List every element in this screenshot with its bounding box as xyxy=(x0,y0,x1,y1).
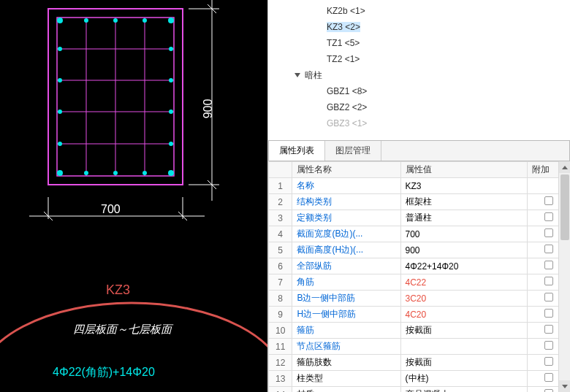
column-name-label: KZ3 xyxy=(106,283,130,298)
component-tree[interactable]: KZ2b <1> KZ3 <2> TZ1 <5> TZ2 <1> 暗柱 GBZ1… xyxy=(268,0,570,140)
checkbox-icon[interactable] xyxy=(544,325,553,334)
tree-item[interactable]: TZ1 <5> xyxy=(283,35,570,51)
property-name: 柱类型 xyxy=(292,371,400,387)
scroll-thumb[interactable] xyxy=(560,174,569,240)
checkbox-icon[interactable] xyxy=(544,341,553,350)
property-name: B边一侧中部筋 xyxy=(292,291,400,307)
property-value[interactable]: 700 xyxy=(400,226,528,242)
property-row[interactable]: 12箍筋肢数按截面 xyxy=(269,355,570,371)
row-number: 4 xyxy=(269,226,292,242)
header-name: 属性名称 xyxy=(292,162,400,178)
property-row[interactable]: 3定额类别普通柱 xyxy=(269,210,570,226)
checkbox-icon[interactable] xyxy=(544,357,553,366)
property-row[interactable]: 1名称KZ3 xyxy=(269,178,570,194)
property-value[interactable]: 按截面 xyxy=(400,323,528,339)
tab-layers[interactable]: 图层管理 xyxy=(325,141,381,161)
checkbox-icon[interactable] xyxy=(544,196,553,205)
property-value[interactable]: 按截面 xyxy=(400,355,528,371)
property-row[interactable]: 14材质商品混凝土 xyxy=(269,387,570,393)
rebar-spec-label: 4Φ22(角筋)+14Φ20 xyxy=(53,365,155,380)
checkbox-icon[interactable] xyxy=(544,277,553,285)
checkbox-icon[interactable] xyxy=(544,293,553,301)
svg-point-29 xyxy=(58,47,62,51)
property-grid[interactable]: 属性名称 属性值 附加 1名称KZ32结构类别框架柱3定额类别普通柱4截面宽度(… xyxy=(268,161,570,392)
checkbox-icon[interactable] xyxy=(544,261,553,269)
svg-point-33 xyxy=(169,47,173,51)
property-value[interactable]: (中柱) xyxy=(400,371,528,387)
property-name: 定额类别 xyxy=(292,210,400,226)
property-row[interactable]: 8B边一侧中部筋3C20 xyxy=(269,291,570,307)
checkbox-icon[interactable] xyxy=(544,245,553,253)
svg-point-27 xyxy=(113,171,118,175)
row-number: 2 xyxy=(269,194,292,210)
svg-point-26 xyxy=(84,171,88,175)
checkbox-icon[interactable] xyxy=(544,212,553,221)
tree-item[interactable]: GBZ3 <1> xyxy=(283,115,570,131)
property-name: 截面高度(H边)(... xyxy=(292,242,400,258)
property-tabs: 属性列表 图层管理 xyxy=(268,140,570,161)
svg-point-28 xyxy=(142,171,147,175)
property-row[interactable]: 7角筋4C22 xyxy=(269,274,570,291)
tree-item-selected[interactable]: KZ3 <2> xyxy=(283,19,570,35)
chevron-up-icon xyxy=(562,166,568,169)
checkbox-icon[interactable] xyxy=(544,389,553,392)
scroll-down-button[interactable] xyxy=(559,380,570,392)
header-value: 属性值 xyxy=(400,162,528,178)
property-value[interactable] xyxy=(400,339,528,355)
property-name: 截面宽度(B边)(... xyxy=(292,226,400,242)
property-row[interactable]: 4截面宽度(B边)(...700 xyxy=(269,226,570,242)
right-panel: KZ2b <1> KZ3 <2> TZ1 <5> TZ2 <1> 暗柱 GBZ1… xyxy=(267,0,570,392)
checkbox-icon[interactable] xyxy=(544,373,553,382)
property-row[interactable]: 6全部纵筋4Φ22+14Φ20 xyxy=(269,258,570,274)
row-number: 5 xyxy=(269,242,292,258)
property-value[interactable]: 4C20 xyxy=(400,307,528,323)
property-value[interactable]: 4Φ22+14Φ20 xyxy=(400,258,528,274)
property-name: H边一侧中部筋 xyxy=(292,307,400,323)
tree-item[interactable]: GBZ2 <2> xyxy=(283,99,570,115)
property-row[interactable]: 2结构类别框架柱 xyxy=(269,194,570,210)
row-number: 1 xyxy=(269,178,292,194)
row-number: 13 xyxy=(269,371,292,387)
property-value[interactable]: 商品混凝土 xyxy=(400,387,528,393)
tree-item[interactable]: GBZ1 <8> xyxy=(283,83,570,99)
property-row[interactable]: 5截面高度(H边)(...900 xyxy=(269,242,570,258)
dim-width: 700 xyxy=(101,203,121,216)
property-name: 结构类别 xyxy=(292,194,400,210)
property-name: 节点区箍筋 xyxy=(292,339,400,355)
property-name: 箍筋肢数 xyxy=(292,355,400,371)
property-row[interactable]: 11节点区箍筋 xyxy=(269,339,570,355)
property-row[interactable]: 10箍筋按截面 xyxy=(269,323,570,339)
row-number: 8 xyxy=(269,291,292,307)
checkbox-icon[interactable] xyxy=(544,228,553,237)
scroll-up-button[interactable] xyxy=(559,161,570,173)
property-value[interactable]: 框架柱 xyxy=(400,194,528,210)
tab-properties[interactable]: 属性列表 xyxy=(269,141,325,161)
row-number: 14 xyxy=(269,387,292,393)
property-value[interactable]: KZ3 xyxy=(400,178,528,194)
property-name: 名称 xyxy=(292,178,400,194)
svg-point-21 xyxy=(57,170,63,176)
property-value[interactable]: 普通柱 xyxy=(400,210,528,226)
grid-scrollbar[interactable] xyxy=(558,161,570,392)
row-number: 3 xyxy=(269,210,292,226)
chevron-down-icon xyxy=(562,385,568,388)
property-row[interactable]: 13柱类型(中柱) xyxy=(269,371,570,387)
property-row[interactable]: 9H边一侧中部筋4C20 xyxy=(269,307,570,323)
svg-point-35 xyxy=(169,109,173,114)
property-name: 材质 xyxy=(292,387,400,393)
svg-point-34 xyxy=(169,78,173,82)
row-number: 7 xyxy=(269,274,292,291)
checkbox-icon[interactable] xyxy=(544,309,553,318)
svg-point-19 xyxy=(57,18,63,23)
property-value[interactable]: 900 xyxy=(400,242,528,258)
svg-point-32 xyxy=(58,142,62,146)
tree-item[interactable]: KZ2b <1> xyxy=(283,3,570,19)
property-name: 箍筋 xyxy=(292,323,400,339)
tree-group[interactable]: 暗柱 xyxy=(283,67,570,83)
property-value[interactable]: 4C22 xyxy=(400,274,528,291)
dim-height: 900 xyxy=(202,99,215,119)
tree-item[interactable]: TZ2 <1> xyxy=(283,51,570,67)
cad-viewport[interactable]: 700 900 KZ3 四层板面～七层板面 4Φ22(角筋)+14Φ20 xyxy=(0,0,267,392)
svg-point-36 xyxy=(169,142,173,146)
property-value[interactable]: 3C20 xyxy=(400,291,528,307)
